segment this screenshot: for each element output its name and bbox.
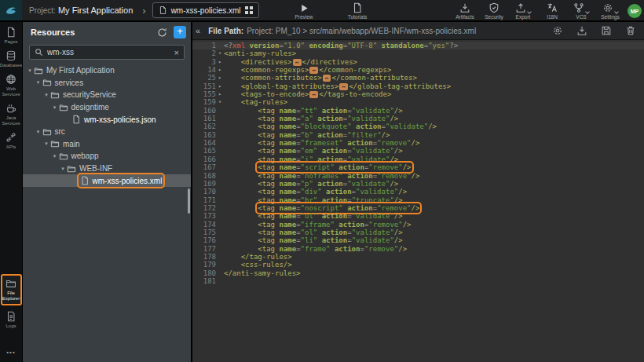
code-line-176[interactable]: 176 <tag name="li" action="validate"/> <box>192 236 644 244</box>
tree-item-src[interactable]: ▾src <box>23 126 191 138</box>
topbar-action-artifacts[interactable]: Artifacts <box>453 2 477 20</box>
sidebar-item-databases[interactable]: Databases <box>1 50 22 68</box>
sidebar-item-java-services[interactable]: JavaServices <box>1 103 22 126</box>
code-line-164[interactable]: 164 <tag name="frameset" action="remove"… <box>192 139 644 147</box>
code-line-166[interactable]: 166 <tag name="i" action="validate"/> <box>192 155 644 163</box>
expand-arrow-icon[interactable]: ▾ <box>35 79 42 86</box>
fold-toggle-icon[interactable]: ▸ <box>216 66 224 74</box>
code-line-170[interactable]: 170 <tag name="div" action="validate"/> <box>192 188 644 196</box>
refresh-icon[interactable] <box>157 27 167 38</box>
sidebar-item-web-services[interactable]: WebServices <box>1 74 22 97</box>
code-line-169[interactable]: 169 <tag name="p" action="validate"/> <box>192 180 644 188</box>
code-line-171[interactable]: 171 <tag name="br" action="truncate"/> <box>192 196 644 204</box>
sidebar-item-pages[interactable]: Pages <box>1 27 22 45</box>
folder-icon <box>59 103 68 112</box>
tree-item-wm-xss-policies-xml[interactable]: wm-xss-policies.xml <box>23 174 191 187</box>
code-line-172[interactable]: 172 <tag name="noscript" action="remove"… <box>192 204 644 212</box>
file-icon <box>80 176 90 185</box>
code-line-3[interactable]: 3▸ <directives>↔</directives> <box>192 58 644 66</box>
code-line-1[interactable]: 1<?xml version="1.0" encoding="UTF-8" st… <box>192 42 644 49</box>
fold-toggle-icon[interactable]: ▾ <box>216 49 224 57</box>
tree-item-services[interactable]: ▾services <box>23 77 191 90</box>
tree-item-main[interactable]: ▾main <box>23 138 191 151</box>
tree-item-my-first-application[interactable]: ▾My First Application <box>23 64 191 77</box>
tab-wm-xss-policies[interactable]: wm-xss-policies.xml <box>152 2 259 18</box>
topbar-action-security[interactable]: Security <box>482 2 506 20</box>
code-line-160[interactable]: 160 <tag name="tt" action="validate"/> <box>192 107 644 115</box>
code-line-175[interactable]: 175 <tag name="ol" action="validate"/> <box>192 229 644 236</box>
code-line-180[interactable]: 180</anti-samy-rules> <box>192 269 644 277</box>
code-line-159[interactable]: 159▾ <tag-rules> <box>192 98 644 106</box>
wavemaker-logo-icon[interactable] <box>0 0 22 20</box>
tree-item-label: services <box>55 79 84 87</box>
code-line-179[interactable]: 179 <css-rules/> <box>192 261 644 269</box>
artifacts-icon <box>459 2 470 13</box>
clear-search-icon[interactable]: × <box>174 48 179 57</box>
sidebar-item-apis[interactable]: APIs <box>1 132 22 150</box>
resources-header: Resources + <box>23 22 191 42</box>
fold-toggle-icon <box>216 131 224 139</box>
resources-scrollbar[interactable] <box>188 188 190 214</box>
tree-item-label: main <box>63 140 80 148</box>
code-line-161[interactable]: 161 <tag name="a" action="validate"/> <box>192 115 644 122</box>
code-line-25[interactable]: 25▸ <common-attributes>↔</common-attribu… <box>192 74 644 82</box>
expand-arrow-icon[interactable]: ▾ <box>51 153 59 159</box>
play-icon <box>299 3 309 13</box>
topbar-action-export[interactable]: Export <box>511 2 535 20</box>
editor-save-button[interactable] <box>601 25 612 36</box>
code-line-165[interactable]: 165 <tag name="em" action="validate"/> <box>192 147 644 155</box>
tree-item-label: securityService <box>63 90 116 99</box>
avatar[interactable]: MP <box>628 4 642 18</box>
editor-delete-button[interactable] <box>625 25 636 36</box>
topbar-action-tutorials[interactable]: Tutorials <box>346 2 369 20</box>
topbar-action-vcs[interactable]: VCS <box>569 2 593 20</box>
folded-code-icon[interactable]: ↔ <box>339 83 348 90</box>
expand-arrow-icon[interactable]: ▾ <box>42 141 50 147</box>
expand-arrow-icon[interactable]: ▾ <box>51 104 59 111</box>
code-line-162[interactable]: 162 <tag name="blockquote" action="valid… <box>192 122 644 130</box>
topbar-action-settings[interactable]: Settings <box>598 2 622 20</box>
fold-toggle-icon[interactable]: ▸ <box>216 74 224 82</box>
expand-arrow-icon[interactable]: ▾ <box>35 129 42 135</box>
folded-code-icon[interactable]: ↔ <box>323 75 331 82</box>
code-line-167[interactable]: 167 <tag name="script" action="remove"/> <box>192 163 644 171</box>
grid-icon[interactable] <box>245 6 253 14</box>
code-line-14[interactable]: 14▸ <common-regexps>↔</common-regexps> <box>192 66 644 74</box>
folded-code-icon[interactable]: ↔ <box>309 91 318 98</box>
code-line-163[interactable]: 163 <tag name="b" action="filter"/> <box>192 131 644 139</box>
editor-download-button[interactable] <box>576 25 587 36</box>
tree-item-securityservice[interactable]: ▾securityService <box>23 89 191 101</box>
tree-item-web-inf[interactable]: ▾WEB-INF <box>23 163 191 175</box>
folded-code-icon[interactable]: ↔ <box>309 67 318 74</box>
fold-toggle-icon[interactable]: ▸ <box>216 90 224 98</box>
expand-arrow-icon[interactable]: ▾ <box>42 92 50 98</box>
tree-item-wm-xss-policies-json[interactable]: wm-xss-policies.json <box>23 113 191 126</box>
code-line-177[interactable]: 177 <tag name="frame" action="remove"/> <box>192 245 644 253</box>
folded-code-icon[interactable]: ↔ <box>293 59 302 66</box>
topbar-action-preview[interactable]: Preview <box>292 3 316 20</box>
code-line-173[interactable]: 173 <tag name="ul" action="validate"/> <box>192 212 644 220</box>
tree-item-webapp[interactable]: ▾webapp <box>23 150 191 163</box>
fold-toggle-icon[interactable]: ▾ <box>216 98 224 106</box>
code-line-181[interactable]: 181 <box>192 277 644 285</box>
collapse-panel-icon[interactable]: « <box>196 26 200 35</box>
code-line-174[interactable]: 174 <tag name="iframe" action="remove"/> <box>192 221 644 229</box>
code-line-151[interactable]: 151▸ <global-tag-attributes>↔</global-ta… <box>192 82 644 90</box>
code-area[interactable]: 1<?xml version="1.0" encoding="UTF-8" st… <box>192 40 644 285</box>
more-options-icon[interactable]: ••• <box>6 349 15 356</box>
expand-arrow-icon[interactable]: ▾ <box>59 166 67 172</box>
editor-settings-button[interactable] <box>552 25 563 36</box>
expand-arrow-icon[interactable]: ▾ <box>26 68 34 74</box>
search-input[interactable] <box>47 48 170 57</box>
sidebar-item-logs[interactable]: Logs <box>1 311 22 329</box>
code-line-178[interactable]: 178 </tag-rules> <box>192 253 644 261</box>
code-line-168[interactable]: 168 <tag name="noframes" action="remove"… <box>192 172 644 180</box>
tree-item-designtime[interactable]: ▾designtime <box>23 101 191 114</box>
fold-toggle-icon[interactable]: ▸ <box>216 58 224 66</box>
code-line-155[interactable]: 155▸ <tags-to-encode>↔</tags-to-encode> <box>192 90 644 98</box>
add-resource-button[interactable]: + <box>174 26 186 38</box>
topbar-action-i18n[interactable]: I18N <box>540 2 564 20</box>
fold-toggle-icon[interactable]: ▸ <box>216 82 224 90</box>
sidebar-item-file-explorer[interactable]: FileExplorer <box>1 274 22 305</box>
code-line-2[interactable]: 2▾<anti-samy-rules> <box>192 49 644 57</box>
